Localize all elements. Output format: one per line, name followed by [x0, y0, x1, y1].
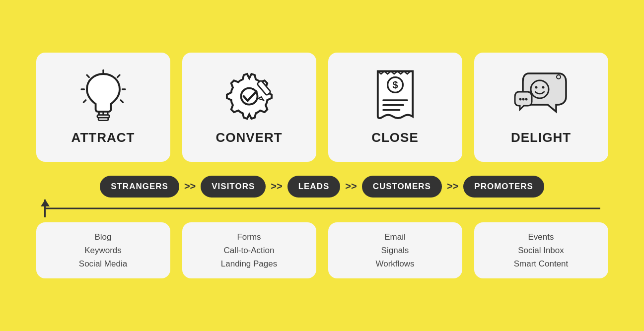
attract-tools-card: Blog Keywords Social Media: [36, 222, 170, 279]
close-card: $ CLOSE: [328, 53, 462, 162]
attract-tools-text: Blog Keywords Social Media: [79, 230, 127, 271]
svg-point-24: [522, 98, 524, 101]
svg-point-20: [531, 80, 549, 98]
convert-tools-text: Forms Call-to-Action Landing Pages: [221, 230, 277, 271]
flow-pill-promoters: PROMOTERS: [463, 176, 544, 198]
flow-pill-strangers: STRANGERS: [100, 176, 179, 198]
flow-pill-customers: CUSTOMERS: [362, 176, 442, 198]
attract-label: ATTRACT: [72, 130, 135, 145]
flow-pill-visitors: VISITORS: [201, 176, 266, 198]
svg-rect-4: [98, 118, 108, 121]
svg-line-6: [87, 75, 89, 77]
svg-point-22: [542, 86, 544, 89]
svg-line-7: [117, 75, 119, 77]
attract-card: ATTRACT: [36, 53, 170, 162]
close-icon: $: [368, 68, 423, 123]
attract-icon: [76, 68, 131, 123]
top-cards-row: ATTRACT CONVERT: [19, 53, 625, 162]
svg-point-25: [525, 98, 527, 101]
flow-arrow-1: >>: [184, 181, 196, 192]
feedback-arrow: [19, 199, 625, 217]
svg-point-23: [519, 98, 521, 101]
flow-row: STRANGERS >> VISITORS >> LEADS >> CUSTOM…: [19, 176, 625, 198]
delight-tools-text: Events Social Inbox Smart Content: [514, 230, 569, 271]
flow-arrow-4: >>: [447, 181, 458, 192]
convert-label: CONVERT: [215, 130, 282, 145]
close-tools-text: Email Signals Workflows: [375, 230, 414, 271]
arrow-horizontal-line: [44, 207, 600, 209]
svg-line-11: [121, 100, 123, 102]
flow-arrow-2: >>: [271, 181, 282, 192]
close-tools-card: Email Signals Workflows: [328, 222, 462, 279]
flow-arrow-3: >>: [345, 181, 357, 192]
delight-label: DELIGHT: [511, 130, 571, 145]
main-container: ATTRACT CONVERT: [19, 53, 625, 279]
convert-icon: [222, 68, 277, 123]
close-label: CLOSE: [371, 130, 419, 145]
delight-tools-card: Events Social Inbox Smart Content: [474, 222, 608, 279]
svg-text:$: $: [392, 79, 398, 90]
delight-card: DELIGHT: [474, 53, 608, 162]
svg-point-26: [557, 75, 561, 79]
svg-line-10: [83, 100, 85, 102]
bottom-cards-row: Blog Keywords Social Media Forms Call-to…: [19, 222, 625, 279]
flow-pill-leads: LEADS: [287, 176, 341, 198]
svg-point-21: [535, 86, 537, 89]
convert-tools-card: Forms Call-to-Action Landing Pages: [182, 222, 316, 279]
delight-icon: [514, 68, 569, 123]
convert-card: CONVERT: [182, 53, 316, 162]
